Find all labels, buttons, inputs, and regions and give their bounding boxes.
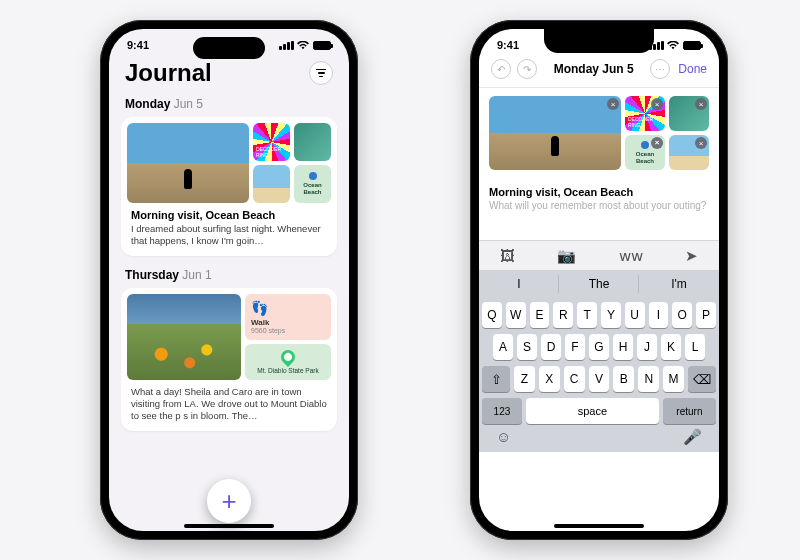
space-key[interactable]: space — [526, 398, 659, 424]
key-z[interactable]: Z — [514, 366, 535, 392]
key-d[interactable]: D — [541, 334, 561, 360]
shift-key[interactable]: ⇧ — [482, 366, 510, 392]
photo-shell[interactable] — [294, 123, 331, 161]
screen: 9:41 Journal Monday Jun 5 DECODER RING — [109, 29, 349, 531]
key-g[interactable]: G — [589, 334, 609, 360]
filter-button[interactable] — [309, 61, 333, 85]
more-button[interactable]: ⋯ — [650, 59, 670, 79]
key-a[interactable]: A — [493, 334, 513, 360]
attachment-podcast[interactable]: DECODER RING × — [625, 96, 665, 131]
key-m[interactable]: M — [663, 366, 684, 392]
wifi-icon — [667, 41, 679, 50]
done-button[interactable]: Done — [678, 62, 707, 76]
status-time: 9:41 — [497, 39, 519, 51]
notch — [544, 29, 654, 53]
photo-poppies[interactable] — [127, 294, 241, 380]
remove-attachment-icon[interactable]: × — [695, 98, 707, 110]
phone-journal-list: 9:41 Journal Monday Jun 5 DECODER RING — [100, 20, 358, 540]
remove-attachment-icon[interactable]: × — [607, 98, 619, 110]
key-n[interactable]: N — [638, 366, 659, 392]
key-h[interactable]: H — [613, 334, 633, 360]
key-u[interactable]: U — [625, 302, 645, 328]
map-pin-icon — [309, 172, 317, 180]
key-o[interactable]: O — [672, 302, 692, 328]
podcast-tile[interactable]: DECODER RING — [253, 123, 290, 161]
workout-tile[interactable]: 👣 Walk 9560 steps — [245, 294, 331, 340]
keyboard: QWERTYUIOP ASDFGHJKL ⇧ ZXCVBNM ⌫ 123 spa… — [479, 298, 719, 452]
backspace-key[interactable]: ⌫ — [688, 366, 716, 392]
key-b[interactable]: B — [613, 366, 634, 392]
location-icon[interactable]: ➤ — [685, 247, 698, 265]
remove-attachment-icon[interactable]: × — [695, 137, 707, 149]
media-grid: DECODER RING Ocean Beach — [127, 123, 331, 203]
key-r[interactable]: R — [553, 302, 573, 328]
return-key[interactable]: return — [663, 398, 716, 424]
numbers-key[interactable]: 123 — [482, 398, 522, 424]
home-indicator[interactable] — [184, 524, 274, 528]
dictation-key[interactable]: 🎤 — [683, 428, 702, 446]
location-tile[interactable]: Mt. Diablo State Park — [245, 344, 331, 380]
key-l[interactable]: L — [685, 334, 705, 360]
new-entry-button[interactable]: + — [207, 479, 251, 523]
emoji-key[interactable]: ☺ — [496, 428, 511, 446]
dynamic-island — [193, 37, 265, 59]
signal-icon — [649, 41, 663, 50]
battery-icon — [683, 41, 701, 50]
page-title: Journal — [125, 59, 212, 87]
attachment-photo-beach[interactable]: × — [489, 96, 621, 170]
entry-body: I dreamed about surfing last night. When… — [131, 223, 327, 248]
entry-card[interactable]: DECODER RING Ocean Beach Morning visit, … — [121, 117, 337, 256]
header: Journal — [109, 55, 349, 97]
key-y[interactable]: Y — [601, 302, 621, 328]
photo-library-icon[interactable]: 🖼 — [500, 247, 515, 264]
key-k[interactable]: K — [661, 334, 681, 360]
remove-attachment-icon[interactable]: × — [651, 137, 663, 149]
map-pin-icon — [641, 141, 649, 149]
key-w[interactable]: W — [506, 302, 526, 328]
date-heading: Monday Jun 5 — [109, 97, 349, 117]
keyboard-accessory-bar: 🖼 📷 𝗐𝗐 ➤ — [479, 240, 719, 270]
predictive-suggestion[interactable]: I'm — [639, 270, 719, 298]
key-i[interactable]: I — [649, 302, 669, 328]
key-c[interactable]: C — [564, 366, 585, 392]
key-j[interactable]: J — [637, 334, 657, 360]
camera-icon[interactable]: 📷 — [557, 247, 576, 265]
media-attachments: × DECODER RING × × Ocean Beach × — [479, 88, 719, 178]
photo-beach-small[interactable] — [253, 165, 290, 203]
attachment-location[interactable]: Ocean Beach × — [625, 135, 665, 170]
key-f[interactable]: F — [565, 334, 585, 360]
undo-button[interactable]: ↶ — [491, 59, 511, 79]
phone-entry-editor: 9:41 ↶ ↷ Monday Jun 5 ⋯ Done × — [470, 20, 728, 540]
key-t[interactable]: T — [577, 302, 597, 328]
home-indicator[interactable] — [554, 524, 644, 528]
editor-toolbar: ↶ ↷ Monday Jun 5 ⋯ Done — [479, 55, 719, 88]
key-q[interactable]: Q — [482, 302, 502, 328]
remove-attachment-icon[interactable]: × — [651, 98, 663, 110]
photo-beach[interactable] — [127, 123, 249, 203]
status-time: 9:41 — [127, 39, 149, 51]
key-s[interactable]: S — [517, 334, 537, 360]
location-tile[interactable]: Ocean Beach — [294, 165, 331, 203]
predictive-suggestion[interactable]: I — [479, 270, 559, 298]
redo-button[interactable]: ↷ — [517, 59, 537, 79]
attachment-photo-shell[interactable]: × — [669, 96, 709, 131]
predictive-suggestion[interactable]: The — [559, 270, 639, 298]
audio-icon[interactable]: 𝗐𝗐 — [619, 247, 643, 265]
entry-title: Morning visit, Ocean Beach — [131, 209, 327, 221]
date-heading: Thursday Jun 1 — [109, 268, 349, 288]
key-x[interactable]: X — [539, 366, 560, 392]
entry-text-input[interactable]: What will you remember most about your o… — [479, 200, 719, 240]
screen: 9:41 ↶ ↷ Monday Jun 5 ⋯ Done × — [479, 29, 719, 531]
entry-title: Morning visit, Ocean Beach — [479, 178, 719, 200]
battery-icon — [313, 41, 331, 50]
entry-card[interactable]: 👣 Walk 9560 steps Mt. Diablo State Park … — [121, 288, 337, 431]
attachment-photo-beach2[interactable]: × — [669, 135, 709, 170]
signal-icon — [279, 41, 293, 50]
key-v[interactable]: V — [589, 366, 610, 392]
map-pin-icon — [278, 347, 298, 367]
toolbar-date: Monday Jun 5 — [554, 62, 634, 76]
key-p[interactable]: P — [696, 302, 716, 328]
footsteps-icon: 👣 — [251, 300, 325, 316]
key-e[interactable]: E — [530, 302, 550, 328]
status-indicators — [649, 41, 701, 50]
